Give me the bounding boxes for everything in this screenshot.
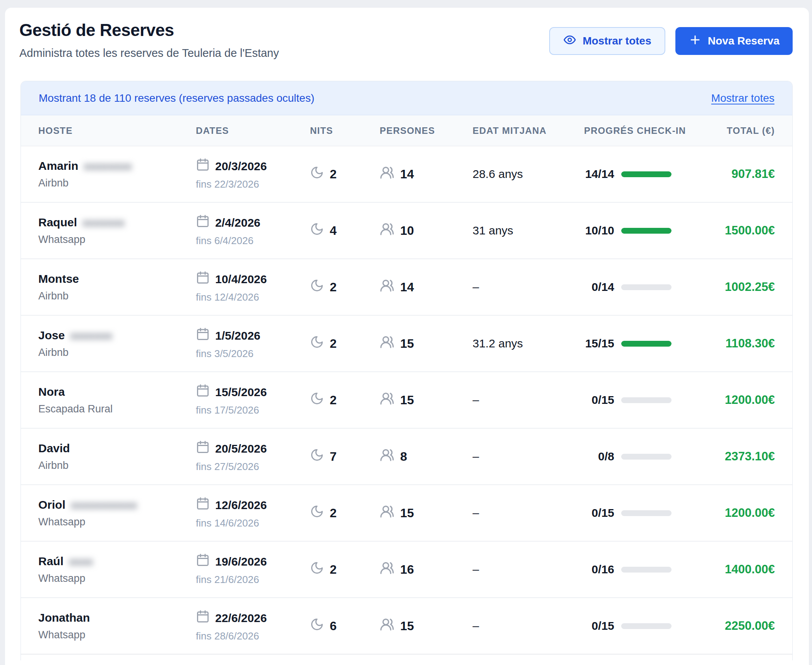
guest-name: Nora: [38, 385, 65, 398]
total-cell: 1400.00€: [691, 562, 775, 576]
people-value: 15: [400, 506, 414, 520]
total-cell: 1200.00€: [691, 393, 775, 407]
next-row-partial: [21, 655, 792, 660]
calendar-icon: [196, 158, 210, 174]
avg-age-cell: –: [473, 393, 584, 407]
checkin-progress-bar: [621, 397, 672, 403]
reservation-row[interactable]: Jose xxxxxxx Airbnb 1/5/2026 fins 3/5/20…: [21, 316, 792, 372]
booking-channel: Airbnb: [38, 290, 196, 302]
checkin-progress-label: 0/15: [584, 506, 614, 520]
avg-age-cell: –: [473, 450, 584, 463]
people-cell: 14: [380, 278, 473, 296]
checkout-date: fins 21/6/2026: [196, 574, 310, 586]
new-reservation-button[interactable]: Nova Reserva: [675, 27, 793, 55]
checkin-date: 2/4/2026: [215, 216, 260, 229]
nights-value: 2: [330, 280, 337, 294]
reservation-row[interactable]: Jonathan Whatsapp 22/6/2026 fins 28/6/20…: [21, 598, 792, 655]
booking-channel: Whatsapp: [38, 516, 196, 528]
guest-name: Amarin: [38, 159, 78, 173]
guest-name: Jose: [38, 329, 65, 342]
calendar-icon: [196, 384, 210, 400]
reservation-row[interactable]: Raquel xxxxxxx Whatsapp 2/4/2026 fins 6/…: [21, 203, 792, 259]
people-cell: 16: [380, 561, 473, 578]
users-icon: [380, 278, 394, 296]
people-cell: 15: [380, 391, 473, 409]
booking-channel: Whatsapp: [38, 629, 196, 641]
booking-channel: Airbnb: [38, 347, 196, 359]
reservation-row[interactable]: Oriol xxxxxxxxxxx Whatsapp 12/6/2026 fin…: [21, 485, 792, 542]
users-icon: [380, 504, 394, 522]
checkin-progress-cell: 0/8: [584, 450, 691, 463]
checkin-progress-cell: 15/15: [584, 337, 691, 350]
people-cell: 15: [380, 335, 473, 352]
guest-name: Oriol: [38, 498, 65, 511]
checkin-date: 22/6/2026: [215, 612, 267, 625]
checkin-progress-label: 0/14: [584, 280, 614, 294]
people-cell: 14: [380, 165, 473, 183]
checkin-date: 15/5/2026: [215, 386, 267, 399]
avg-age-cell: –: [473, 619, 584, 633]
people-value: 16: [400, 562, 414, 577]
nights-value: 6: [330, 619, 337, 633]
column-header-edat-mitjana: Edat mitjana: [473, 125, 584, 136]
host-cell: Nora Escapada Rural: [38, 385, 196, 415]
table-header-row: Hoste Dates Nits Persones Edat mitjana P…: [21, 115, 792, 146]
host-cell: Oriol xxxxxxxxxxx Whatsapp: [38, 498, 196, 528]
avg-age-cell: –: [473, 506, 584, 520]
nights-cell: 2: [310, 504, 380, 521]
reservation-row[interactable]: Amarin xxxxxxxx Airbnb 20/3/2026 fins 22…: [21, 146, 792, 203]
column-header-hoste: Hoste: [38, 125, 196, 136]
moon-icon: [310, 561, 324, 578]
guest-surname-blurred: xxxxxxxx: [84, 160, 132, 173]
guest-name: Raquel: [38, 216, 77, 229]
host-cell: Montse Airbnb: [38, 272, 196, 302]
new-reservation-button-label: Nova Reserva: [708, 35, 779, 47]
page-header: Gestió de Reserves Administra totes les …: [5, 8, 809, 60]
booking-channel: Whatsapp: [38, 573, 196, 585]
reservation-row[interactable]: Montse Airbnb 10/4/2026 fins 12/4/2026: [21, 259, 792, 316]
avg-age-cell: 31.2 anys: [473, 337, 584, 350]
title-block: Gestió de Reserves Administra totes les …: [19, 21, 279, 60]
total-cell: 907.81€: [691, 167, 775, 181]
people-value: 15: [400, 337, 414, 351]
checkin-progress-bar: [621, 454, 672, 460]
people-cell: 10: [380, 222, 473, 239]
checkin-progress-label: 0/8: [584, 450, 614, 463]
dates-cell: 20/5/2026 fins 27/5/2026: [196, 440, 310, 473]
booking-channel: Airbnb: [38, 460, 196, 472]
checkin-progress-label: 10/10: [584, 224, 614, 237]
host-cell: David Airbnb: [38, 442, 196, 472]
calendar-icon: [196, 553, 210, 570]
users-icon: [380, 617, 394, 635]
show-all-button[interactable]: Mostrar totes: [549, 27, 665, 55]
checkout-date: fins 22/3/2026: [196, 178, 310, 190]
nights-value: 2: [330, 337, 337, 351]
people-value: 14: [400, 167, 414, 181]
people-value: 14: [400, 280, 414, 294]
moon-icon: [310, 222, 324, 239]
reservation-row[interactable]: Raúl xxxx Whatsapp 19/6/2026 fins 21/6/2…: [21, 542, 792, 598]
plus-icon: [689, 33, 702, 49]
host-cell: Raquel xxxxxxx Whatsapp: [38, 216, 196, 246]
reservation-row[interactable]: David Airbnb 20/5/2026 fins 27/5/2026: [21, 429, 792, 485]
reservation-row[interactable]: Nora Escapada Rural 15/5/2026 fins 17/5/…: [21, 372, 792, 429]
moon-icon: [310, 617, 324, 634]
nights-value: 2: [330, 167, 337, 181]
moon-icon: [310, 279, 324, 296]
show-all-button-label: Mostrar totes: [582, 35, 651, 47]
checkin-progress-bar: [621, 341, 672, 347]
users-icon: [380, 391, 394, 409]
nights-cell: 2: [310, 279, 380, 296]
people-cell: 8: [380, 448, 473, 465]
dates-cell: 10/4/2026 fins 12/4/2026: [196, 271, 310, 303]
checkin-date: 20/3/2026: [215, 160, 267, 173]
column-header-dates: Dates: [196, 125, 310, 136]
checkin-progress-label: 0/15: [584, 619, 614, 633]
moon-icon: [310, 335, 324, 352]
nights-cell: 2: [310, 561, 380, 578]
calendar-icon: [196, 440, 210, 457]
show-all-link[interactable]: Mostrar totes: [711, 92, 774, 104]
total-cell: 1108.30€: [691, 337, 775, 350]
checkout-date: fins 3/5/2026: [196, 348, 310, 360]
checkout-date: fins 12/4/2026: [196, 291, 310, 303]
